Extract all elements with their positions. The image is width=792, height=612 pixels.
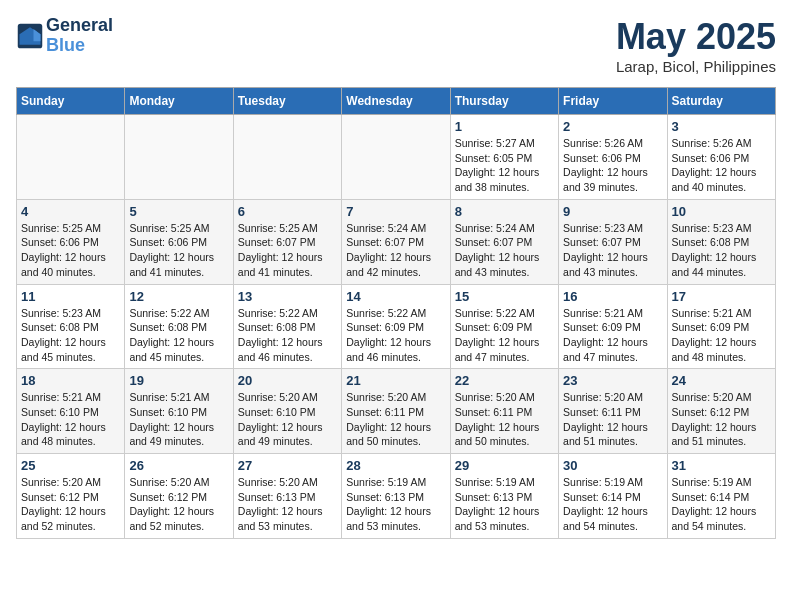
day-info: Sunrise: 5:21 AM Sunset: 6:09 PM Dayligh…	[672, 306, 771, 365]
calendar-cell: 13Sunrise: 5:22 AM Sunset: 6:08 PM Dayli…	[233, 284, 341, 369]
calendar-cell: 10Sunrise: 5:23 AM Sunset: 6:08 PM Dayli…	[667, 199, 775, 284]
calendar-cell: 26Sunrise: 5:20 AM Sunset: 6:12 PM Dayli…	[125, 454, 233, 539]
calendar-cell: 21Sunrise: 5:20 AM Sunset: 6:11 PM Dayli…	[342, 369, 450, 454]
day-number: 13	[238, 289, 337, 304]
day-info: Sunrise: 5:20 AM Sunset: 6:10 PM Dayligh…	[238, 390, 337, 449]
day-number: 26	[129, 458, 228, 473]
calendar-cell: 15Sunrise: 5:22 AM Sunset: 6:09 PM Dayli…	[450, 284, 558, 369]
day-info: Sunrise: 5:25 AM Sunset: 6:06 PM Dayligh…	[21, 221, 120, 280]
calendar-cell: 7Sunrise: 5:24 AM Sunset: 6:07 PM Daylig…	[342, 199, 450, 284]
day-number: 3	[672, 119, 771, 134]
day-number: 8	[455, 204, 554, 219]
day-number: 19	[129, 373, 228, 388]
day-info: Sunrise: 5:20 AM Sunset: 6:12 PM Dayligh…	[21, 475, 120, 534]
day-info: Sunrise: 5:21 AM Sunset: 6:10 PM Dayligh…	[21, 390, 120, 449]
day-info: Sunrise: 5:20 AM Sunset: 6:12 PM Dayligh…	[672, 390, 771, 449]
day-info: Sunrise: 5:24 AM Sunset: 6:07 PM Dayligh…	[346, 221, 445, 280]
calendar-cell: 30Sunrise: 5:19 AM Sunset: 6:14 PM Dayli…	[559, 454, 667, 539]
calendar-cell: 4Sunrise: 5:25 AM Sunset: 6:06 PM Daylig…	[17, 199, 125, 284]
logo-text: General Blue	[46, 16, 113, 56]
calendar-week-5: 25Sunrise: 5:20 AM Sunset: 6:12 PM Dayli…	[17, 454, 776, 539]
logo-line1: General	[46, 16, 113, 36]
weekday-header-saturday: Saturday	[667, 88, 775, 115]
day-number: 21	[346, 373, 445, 388]
calendar-cell: 9Sunrise: 5:23 AM Sunset: 6:07 PM Daylig…	[559, 199, 667, 284]
day-info: Sunrise: 5:20 AM Sunset: 6:11 PM Dayligh…	[455, 390, 554, 449]
calendar-cell: 8Sunrise: 5:24 AM Sunset: 6:07 PM Daylig…	[450, 199, 558, 284]
day-info: Sunrise: 5:19 AM Sunset: 6:13 PM Dayligh…	[346, 475, 445, 534]
calendar-cell: 24Sunrise: 5:20 AM Sunset: 6:12 PM Dayli…	[667, 369, 775, 454]
calendar-week-4: 18Sunrise: 5:21 AM Sunset: 6:10 PM Dayli…	[17, 369, 776, 454]
day-number: 25	[21, 458, 120, 473]
day-number: 24	[672, 373, 771, 388]
calendar-cell: 14Sunrise: 5:22 AM Sunset: 6:09 PM Dayli…	[342, 284, 450, 369]
calendar-week-3: 11Sunrise: 5:23 AM Sunset: 6:08 PM Dayli…	[17, 284, 776, 369]
location-subtitle: Larap, Bicol, Philippines	[616, 58, 776, 75]
logo: General Blue	[16, 16, 113, 56]
day-info: Sunrise: 5:25 AM Sunset: 6:06 PM Dayligh…	[129, 221, 228, 280]
calendar-cell	[342, 115, 450, 200]
day-info: Sunrise: 5:21 AM Sunset: 6:09 PM Dayligh…	[563, 306, 662, 365]
calendar-cell: 1Sunrise: 5:27 AM Sunset: 6:05 PM Daylig…	[450, 115, 558, 200]
day-info: Sunrise: 5:26 AM Sunset: 6:06 PM Dayligh…	[672, 136, 771, 195]
logo-icon	[16, 22, 44, 50]
day-number: 22	[455, 373, 554, 388]
day-number: 20	[238, 373, 337, 388]
calendar-cell: 31Sunrise: 5:19 AM Sunset: 6:14 PM Dayli…	[667, 454, 775, 539]
calendar-cell: 12Sunrise: 5:22 AM Sunset: 6:08 PM Dayli…	[125, 284, 233, 369]
day-info: Sunrise: 5:21 AM Sunset: 6:10 PM Dayligh…	[129, 390, 228, 449]
day-info: Sunrise: 5:23 AM Sunset: 6:07 PM Dayligh…	[563, 221, 662, 280]
day-info: Sunrise: 5:22 AM Sunset: 6:08 PM Dayligh…	[129, 306, 228, 365]
day-number: 28	[346, 458, 445, 473]
day-number: 23	[563, 373, 662, 388]
calendar-table: SundayMondayTuesdayWednesdayThursdayFrid…	[16, 87, 776, 539]
day-number: 17	[672, 289, 771, 304]
day-number: 9	[563, 204, 662, 219]
day-info: Sunrise: 5:20 AM Sunset: 6:11 PM Dayligh…	[563, 390, 662, 449]
weekday-header-wednesday: Wednesday	[342, 88, 450, 115]
day-number: 30	[563, 458, 662, 473]
day-info: Sunrise: 5:20 AM Sunset: 6:11 PM Dayligh…	[346, 390, 445, 449]
day-number: 11	[21, 289, 120, 304]
calendar-cell: 11Sunrise: 5:23 AM Sunset: 6:08 PM Dayli…	[17, 284, 125, 369]
month-title: May 2025	[616, 16, 776, 58]
calendar-cell: 3Sunrise: 5:26 AM Sunset: 6:06 PM Daylig…	[667, 115, 775, 200]
weekday-header-sunday: Sunday	[17, 88, 125, 115]
day-info: Sunrise: 5:24 AM Sunset: 6:07 PM Dayligh…	[455, 221, 554, 280]
calendar-cell: 20Sunrise: 5:20 AM Sunset: 6:10 PM Dayli…	[233, 369, 341, 454]
weekday-header-tuesday: Tuesday	[233, 88, 341, 115]
calendar-cell: 18Sunrise: 5:21 AM Sunset: 6:10 PM Dayli…	[17, 369, 125, 454]
day-info: Sunrise: 5:19 AM Sunset: 6:14 PM Dayligh…	[672, 475, 771, 534]
day-number: 18	[21, 373, 120, 388]
calendar-cell	[125, 115, 233, 200]
logo-line2: Blue	[46, 36, 113, 56]
day-number: 7	[346, 204, 445, 219]
page-header: General Blue May 2025 Larap, Bicol, Phil…	[16, 16, 776, 75]
day-info: Sunrise: 5:25 AM Sunset: 6:07 PM Dayligh…	[238, 221, 337, 280]
day-number: 14	[346, 289, 445, 304]
day-info: Sunrise: 5:20 AM Sunset: 6:12 PM Dayligh…	[129, 475, 228, 534]
day-number: 15	[455, 289, 554, 304]
day-number: 5	[129, 204, 228, 219]
calendar-cell: 22Sunrise: 5:20 AM Sunset: 6:11 PM Dayli…	[450, 369, 558, 454]
day-info: Sunrise: 5:19 AM Sunset: 6:14 PM Dayligh…	[563, 475, 662, 534]
day-info: Sunrise: 5:22 AM Sunset: 6:09 PM Dayligh…	[455, 306, 554, 365]
calendar-cell: 5Sunrise: 5:25 AM Sunset: 6:06 PM Daylig…	[125, 199, 233, 284]
day-number: 4	[21, 204, 120, 219]
calendar-cell	[233, 115, 341, 200]
calendar-week-2: 4Sunrise: 5:25 AM Sunset: 6:06 PM Daylig…	[17, 199, 776, 284]
weekday-header-monday: Monday	[125, 88, 233, 115]
calendar-cell: 2Sunrise: 5:26 AM Sunset: 6:06 PM Daylig…	[559, 115, 667, 200]
day-info: Sunrise: 5:26 AM Sunset: 6:06 PM Dayligh…	[563, 136, 662, 195]
day-info: Sunrise: 5:23 AM Sunset: 6:08 PM Dayligh…	[672, 221, 771, 280]
day-number: 1	[455, 119, 554, 134]
calendar-cell: 25Sunrise: 5:20 AM Sunset: 6:12 PM Dayli…	[17, 454, 125, 539]
day-number: 6	[238, 204, 337, 219]
weekday-header-friday: Friday	[559, 88, 667, 115]
calendar-cell: 17Sunrise: 5:21 AM Sunset: 6:09 PM Dayli…	[667, 284, 775, 369]
day-number: 10	[672, 204, 771, 219]
calendar-cell: 19Sunrise: 5:21 AM Sunset: 6:10 PM Dayli…	[125, 369, 233, 454]
day-info: Sunrise: 5:27 AM Sunset: 6:05 PM Dayligh…	[455, 136, 554, 195]
day-info: Sunrise: 5:22 AM Sunset: 6:08 PM Dayligh…	[238, 306, 337, 365]
weekday-header-thursday: Thursday	[450, 88, 558, 115]
